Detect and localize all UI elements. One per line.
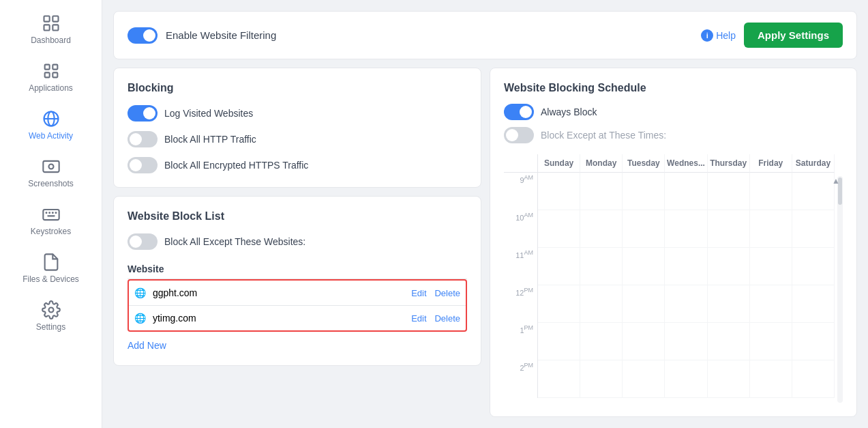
sidebar: Dashboard Applications Web Activity Scre… bbox=[0, 0, 102, 428]
cal-cell[interactable] bbox=[580, 285, 623, 323]
sidebar-item-label: Settings bbox=[36, 322, 65, 332]
cal-cell[interactable] bbox=[665, 360, 707, 398]
blocking-item-log: Log Visited Websites bbox=[128, 105, 467, 122]
cal-cell[interactable] bbox=[580, 210, 623, 248]
cal-cell[interactable] bbox=[792, 323, 835, 360]
toggle-slider bbox=[128, 131, 158, 147]
globe-icon: 🌐 bbox=[134, 287, 146, 298]
delete-link-0[interactable]: Delete bbox=[434, 288, 460, 298]
block-except-label: Block All Except These Websites: bbox=[164, 236, 305, 247]
apply-settings-button[interactable]: Apply Settings bbox=[744, 23, 843, 48]
svg-rect-11 bbox=[43, 161, 59, 172]
cal-cell[interactable] bbox=[750, 285, 792, 323]
edit-link-1[interactable]: Edit bbox=[411, 313, 426, 324]
settings-icon bbox=[42, 300, 61, 319]
cal-cell[interactable] bbox=[792, 285, 835, 323]
cal-cell[interactable] bbox=[623, 173, 665, 210]
calendar-wrap: Sunday Monday Tuesday Wednes... Thursday… bbox=[504, 154, 843, 403]
cal-cell[interactable] bbox=[708, 360, 750, 398]
cal-cell[interactable] bbox=[792, 210, 835, 248]
cal-header-sun: Sunday bbox=[538, 154, 580, 173]
cal-cell[interactable] bbox=[708, 323, 750, 360]
block-http-toggle[interactable] bbox=[128, 131, 158, 147]
table-row: 🌐 ytimg.com Edit Delete bbox=[129, 306, 466, 331]
toggle-slider bbox=[128, 105, 158, 122]
help-label: Help bbox=[716, 30, 736, 41]
cal-cell[interactable] bbox=[750, 323, 792, 360]
cal-cell[interactable] bbox=[623, 285, 665, 323]
keystrokes-icon bbox=[42, 205, 61, 224]
website-filtering-toggle[interactable] bbox=[128, 27, 158, 44]
except-times-toggle[interactable] bbox=[504, 127, 534, 143]
blocking-item-http: Block All HTTP Traffic bbox=[128, 131, 467, 147]
cal-cell[interactable] bbox=[538, 323, 580, 360]
cal-cell[interactable] bbox=[792, 173, 835, 210]
sidebar-item-files-devices[interactable]: Files & Devices bbox=[0, 244, 102, 292]
cal-cell[interactable] bbox=[708, 248, 750, 285]
cal-cell[interactable] bbox=[665, 323, 707, 360]
main-content: Enable Website Filtering i Help Apply Se… bbox=[102, 0, 868, 428]
always-block-toggle[interactable] bbox=[504, 104, 534, 120]
cal-cell[interactable] bbox=[665, 248, 707, 285]
block-except-toggle[interactable] bbox=[128, 233, 158, 250]
toggle-slider bbox=[128, 233, 158, 250]
cal-cell[interactable] bbox=[580, 360, 623, 398]
globe-icon: 🌐 bbox=[134, 313, 146, 324]
sidebar-item-applications[interactable]: Applications bbox=[0, 53, 102, 101]
block-https-label: Block All Encrypted HTTPS Traffic bbox=[164, 160, 308, 171]
sidebar-item-label: Screenshots bbox=[28, 179, 74, 188]
schedule-options: Always Block Block Except at These Times… bbox=[504, 104, 843, 143]
edit-link-0[interactable]: Edit bbox=[411, 288, 426, 298]
log-visited-toggle[interactable] bbox=[128, 105, 158, 122]
cal-cell[interactable] bbox=[623, 210, 665, 248]
schedule-panel: Website Blocking Schedule Always Block B… bbox=[490, 68, 857, 417]
cal-cell[interactable] bbox=[750, 360, 792, 398]
always-block-label: Always Block bbox=[541, 106, 597, 117]
cal-cell[interactable] bbox=[792, 248, 835, 285]
cal-cell[interactable] bbox=[580, 248, 623, 285]
cal-cell[interactable] bbox=[623, 360, 665, 398]
sidebar-item-dashboard[interactable]: Dashboard bbox=[0, 5, 102, 53]
cal-time-1pm: 1PM bbox=[504, 323, 538, 360]
website-actions: Edit Delete bbox=[315, 281, 466, 306]
scrollbar[interactable] bbox=[837, 176, 843, 403]
top-bar: Enable Website Filtering i Help Apply Se… bbox=[113, 11, 857, 59]
svg-rect-7 bbox=[53, 72, 57, 77]
cal-cell[interactable] bbox=[580, 173, 623, 210]
add-new-link[interactable]: Add New bbox=[128, 340, 166, 351]
sidebar-item-keystrokes[interactable]: Keystrokes bbox=[0, 197, 102, 244]
sidebar-item-label: Web Activity bbox=[29, 131, 73, 141]
cal-cell[interactable] bbox=[665, 210, 707, 248]
panel-left: Blocking Log Visited Websites bbox=[113, 68, 481, 417]
sidebar-item-settings[interactable]: Settings bbox=[0, 292, 102, 340]
help-link[interactable]: i Help bbox=[701, 29, 736, 42]
cal-cell[interactable] bbox=[623, 323, 665, 360]
scroll-up-arrow[interactable]: ▲ bbox=[832, 176, 840, 186]
cal-cell[interactable] bbox=[538, 285, 580, 323]
delete-link-1[interactable]: Delete bbox=[434, 313, 460, 324]
block-https-toggle[interactable] bbox=[128, 157, 158, 173]
cal-cell[interactable] bbox=[665, 173, 707, 210]
cal-cell[interactable] bbox=[580, 323, 623, 360]
cal-cell[interactable] bbox=[708, 210, 750, 248]
cal-cell[interactable] bbox=[708, 173, 750, 210]
svg-rect-1 bbox=[53, 16, 58, 22]
sidebar-item-screenshots[interactable]: Screenshots bbox=[0, 149, 102, 197]
cal-cell[interactable] bbox=[750, 248, 792, 285]
cal-cell[interactable] bbox=[750, 210, 792, 248]
cal-cell[interactable] bbox=[623, 248, 665, 285]
cal-cell[interactable] bbox=[792, 360, 835, 398]
cal-cell[interactable] bbox=[538, 360, 580, 398]
cal-header-wed: Wednes... bbox=[665, 154, 707, 173]
cal-header-time bbox=[504, 154, 538, 173]
svg-point-12 bbox=[48, 165, 53, 169]
cal-cell[interactable] bbox=[538, 248, 580, 285]
svg-rect-13 bbox=[43, 210, 59, 220]
cal-cell[interactable] bbox=[708, 285, 750, 323]
cal-cell[interactable] bbox=[538, 173, 580, 210]
cal-cell[interactable] bbox=[538, 210, 580, 248]
website-domain: 🌐 ggpht.com bbox=[129, 281, 315, 306]
cal-cell[interactable] bbox=[665, 285, 707, 323]
cal-cell[interactable] bbox=[750, 173, 792, 210]
sidebar-item-web-activity[interactable]: Web Activity bbox=[0, 101, 102, 149]
